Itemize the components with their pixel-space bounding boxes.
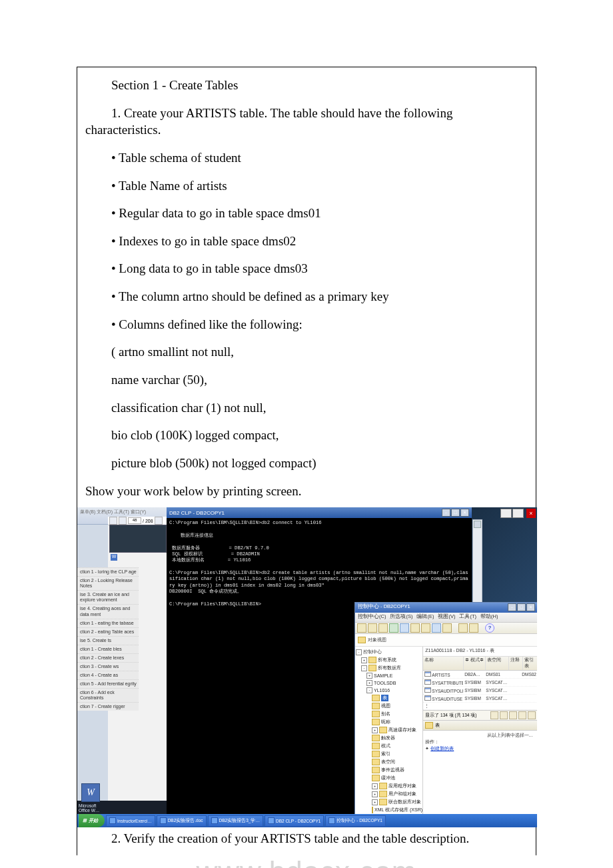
- expand-icon[interactable]: +: [366, 680, 372, 686]
- toolbar-icon[interactable]: [469, 623, 478, 633]
- folder-icon: [368, 657, 376, 663]
- outline-item[interactable]: ction 5 - Add ferential egrity: [77, 679, 139, 688]
- table-list-pane: Z11A001118 - DB2 - YL1016 - 表 名称 ≑ 模式≑ 表…: [423, 647, 537, 821]
- expand-icon[interactable]: +: [361, 657, 367, 663]
- toolbar-icon[interactable]: [458, 623, 468, 633]
- help-icon[interactable]: ?: [485, 623, 494, 633]
- maximize-icon[interactable]: □: [517, 603, 526, 611]
- toolbar-icon[interactable]: [432, 623, 441, 633]
- minimize-icon[interactable]: -: [442, 509, 450, 517]
- table-row[interactable]: SYSAUDITPOLICIES SYSIBM SYSCAT…: [423, 687, 537, 695]
- toolbar-icon[interactable]: [500, 711, 508, 719]
- col-indexts[interactable]: 索引表: [523, 657, 537, 670]
- folder-icon: [372, 703, 380, 709]
- table-row[interactable]: ARTISTS DB2A… DMS01 DMS02: [423, 671, 537, 679]
- screenshot-embed: 菜单(B) 文档(D) 工具(T) 窗口(Y) 48 / 208 W ction…: [77, 507, 537, 827]
- outline-item[interactable]: ction 2 - eating Table aces: [77, 627, 139, 636]
- toolbar-icon[interactable]: [442, 623, 452, 633]
- outline-item[interactable]: ise 4. Creating aces and data ment: [77, 604, 139, 618]
- outline-item[interactable]: ction 6 - Add eck Constraints: [77, 688, 139, 702]
- taskbar-item[interactable]: DB2实验报告3_学…: [208, 815, 263, 827]
- start-button[interactable]: ⊞ 开始: [79, 814, 105, 827]
- menu-item[interactable]: 帮助(H): [480, 613, 498, 621]
- taskbar-item[interactable]: DB2实验报告.doc: [157, 815, 207, 827]
- taskbar-item[interactable]: InstructorExerci…: [106, 815, 155, 827]
- outline-item[interactable]: ction 1 - loring the CLP age: [77, 567, 139, 576]
- outline-item[interactable]: ction 3 - Create ws: [77, 662, 139, 671]
- folder-icon: [372, 775, 380, 781]
- bullet-6: • The column artno should be defined as …: [77, 285, 536, 313]
- word-app-icon[interactable]: W: [81, 783, 100, 802]
- folder-icon: [372, 751, 380, 757]
- collapse-icon[interactable]: -: [361, 665, 367, 671]
- nav-fwd-icon[interactable]: [119, 517, 127, 525]
- window-close-icon[interactable]: ×: [526, 509, 536, 518]
- folder-icon: [379, 783, 387, 789]
- nav-tool-icon[interactable]: [155, 517, 163, 525]
- outline-item[interactable]: ction 2 - Create lexes: [77, 653, 139, 662]
- toolbar-icon[interactable]: [368, 623, 377, 633]
- outline-item[interactable]: ction 4 - Create as: [77, 671, 139, 679]
- menu-item[interactable]: 工具(T): [459, 613, 476, 621]
- toolbar-icon[interactable]: [518, 711, 526, 719]
- menu-item[interactable]: 控制中心(C): [358, 613, 386, 621]
- expand-icon[interactable]: +: [372, 791, 378, 797]
- toolbar-icon[interactable]: [421, 623, 430, 633]
- outline-item[interactable]: ise 5. Create ts: [77, 636, 139, 645]
- control-center-window: 控制中心 - DB2COPY1 - □ × 控制中心(C) 所选项(S) 编辑(…: [354, 602, 537, 814]
- taskbar-item[interactable]: 控制中心 - DB2COPY1: [325, 815, 385, 827]
- col-name[interactable]: 名称: [423, 657, 464, 670]
- object-tree[interactable]: - 控制中心 + 所有系统 - 所有数据库 + SAMPLE + TOOLSDB…: [355, 647, 423, 821]
- collapse-icon[interactable]: -: [366, 687, 372, 693]
- clp-title-text: DB2 CLP - DB2COPY1: [169, 510, 225, 516]
- outline-item[interactable]: ction 2 - Looking Release Notes: [77, 576, 139, 590]
- actions-label: 操作：: [425, 739, 439, 744]
- menu-item[interactable]: 视图(V): [438, 613, 455, 621]
- toolbar-icon[interactable]: [378, 623, 388, 633]
- toolbar-icon[interactable]: [400, 623, 409, 633]
- folder-icon: [372, 807, 373, 813]
- minimize-icon[interactable]: -: [508, 603, 516, 611]
- window-restore-icon[interactable]: [512, 509, 524, 518]
- tree-item-selected[interactable]: 表: [381, 695, 388, 701]
- page-number-input[interactable]: 48: [128, 517, 141, 524]
- nav-back-icon[interactable]: [109, 517, 117, 525]
- folder-icon: [372, 719, 380, 725]
- outline-item[interactable]: ction 1 - eating the tabase: [77, 619, 139, 627]
- scrollbar[interactable]: [472, 519, 482, 614]
- table-row[interactable]: SYSATTRIBUTES SYSIBM SYSCAT…: [423, 679, 537, 687]
- maximize-icon[interactable]: □: [451, 509, 460, 517]
- outline-item[interactable]: ction 7 - Create rigger: [77, 702, 139, 711]
- col-4: bio clob (100K) logged compact,: [77, 424, 536, 452]
- table-row[interactable]: SYSAUDITUSE SYSIBM SYSCAT…: [423, 695, 537, 703]
- col-5: picture blob (500k) not logged compact): [77, 452, 536, 480]
- expand-icon[interactable]: +: [372, 783, 378, 789]
- close-icon[interactable]: ×: [460, 509, 469, 517]
- col-tablespace[interactable]: 表空间: [486, 657, 509, 670]
- collapse-icon[interactable]: -: [356, 649, 362, 655]
- toolbar-icon[interactable]: [410, 623, 420, 633]
- toolbar-icon[interactable]: [509, 711, 517, 719]
- create-table-link[interactable]: 创建新的表: [430, 746, 454, 751]
- folder-icon: [372, 767, 380, 773]
- expand-icon[interactable]: +: [372, 799, 378, 805]
- col-schema[interactable]: ≑ 模式≑: [464, 657, 486, 670]
- folder-icon: [379, 791, 387, 797]
- toolbar-icon[interactable]: [389, 623, 398, 633]
- toolbar-icon[interactable]: [528, 711, 536, 719]
- window-minimize-icon[interactable]: [500, 509, 512, 518]
- menu-item[interactable]: 所选项(S): [390, 613, 412, 621]
- expand-icon[interactable]: +: [372, 727, 378, 733]
- toolbar-icon[interactable]: [490, 711, 498, 719]
- toolbar-icon[interactable]: [357, 623, 366, 633]
- table-icon: [424, 695, 431, 701]
- expand-icon[interactable]: +: [366, 673, 372, 679]
- taskbar-item[interactable]: DB2 CLP - DB2COPY1: [265, 815, 324, 827]
- outline-item[interactable]: ction 1 - Create bles: [77, 645, 139, 653]
- app-icon: [268, 817, 275, 824]
- col-comment[interactable]: 注释: [509, 657, 523, 670]
- menu-item[interactable]: 编辑(E): [416, 613, 434, 621]
- close-icon[interactable]: ×: [526, 603, 535, 611]
- col-1: ( artno smallint not null,: [77, 341, 536, 369]
- outline-item[interactable]: ise 3. Create an ice and explore vironme…: [77, 590, 139, 604]
